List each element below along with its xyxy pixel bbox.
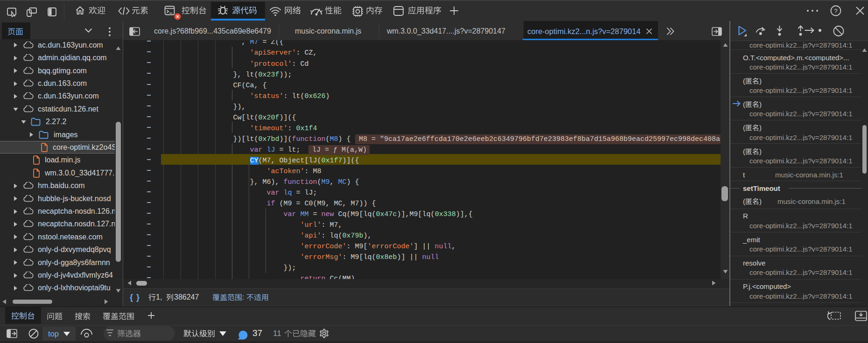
svg-text:?: ? — [834, 7, 837, 14]
